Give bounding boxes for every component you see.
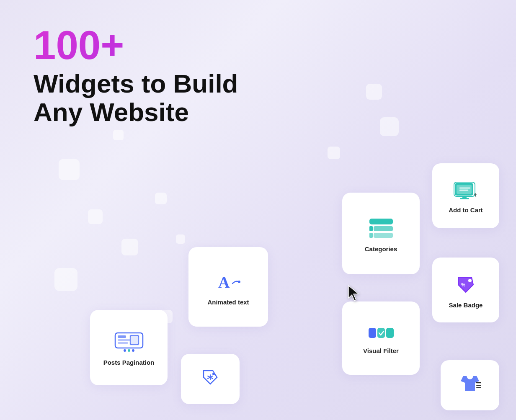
- deco-1: [59, 159, 80, 180]
- svg-point-29: [212, 373, 215, 375]
- deco-8: [328, 147, 340, 159]
- posts-pagination-label: Posts Pagination: [103, 359, 155, 366]
- animated-text-icon: A: [215, 271, 242, 293]
- hero-count: 100+: [34, 25, 491, 65]
- svg-rect-19: [129, 335, 139, 345]
- categories-label: Categories: [365, 245, 397, 253]
- svg-text:%: %: [461, 282, 465, 287]
- svg-text:A: A: [218, 273, 230, 291]
- sale-badge-label: Sale Badge: [449, 301, 483, 309]
- svg-rect-12: [369, 233, 373, 238]
- deco-10: [176, 234, 185, 244]
- card-add-to-cart[interactable]: Add to Cart: [432, 163, 499, 228]
- card-visual-filter[interactable]: Visual Filter: [342, 301, 420, 375]
- svg-rect-8: [369, 219, 393, 224]
- visual-filter-label: Visual Filter: [363, 347, 399, 354]
- card-animated-text[interactable]: A Animated text: [188, 247, 268, 327]
- svg-rect-11: [369, 226, 373, 231]
- svg-point-14: [238, 281, 240, 283]
- posts-pagination-icon: [114, 332, 144, 353]
- card-bottom-tag[interactable]: [181, 354, 240, 404]
- svg-rect-6: [462, 196, 467, 198]
- deco-4: [121, 239, 138, 255]
- svg-rect-27: [377, 328, 385, 338]
- card-bottom-tshirt[interactable]: [441, 360, 499, 410]
- deco-11: [113, 130, 124, 140]
- main-container: 100+ Widgets to Build Any Website: [0, 0, 516, 420]
- hero-subtitle-line2: Any Website: [34, 98, 189, 126]
- animated-text-label: Animated text: [207, 299, 249, 306]
- tag-icon: [201, 368, 219, 387]
- svg-rect-10: [374, 233, 393, 238]
- svg-rect-1: [457, 185, 472, 194]
- card-sale-badge[interactable]: % Sale Badge: [432, 258, 499, 322]
- card-categories[interactable]: Categories: [342, 193, 420, 274]
- svg-point-22: [128, 349, 130, 352]
- card-posts-pagination[interactable]: Posts Pagination: [90, 310, 168, 385]
- deco-9: [366, 84, 382, 100]
- svg-point-23: [132, 349, 134, 352]
- add-to-cart-label: Add to Cart: [449, 206, 483, 214]
- add-to-cart-icon: [453, 180, 478, 201]
- hero-subtitle: Widgets to Build Any Website: [34, 70, 268, 126]
- deco-2: [88, 209, 103, 224]
- svg-rect-17: [118, 339, 130, 341]
- svg-rect-26: [369, 328, 376, 338]
- deco-5: [54, 268, 77, 291]
- svg-point-21: [124, 349, 126, 352]
- deco-7: [380, 117, 399, 136]
- sale-badge-icon: %: [455, 274, 477, 296]
- svg-rect-7: [460, 198, 469, 199]
- cursor: [348, 285, 361, 301]
- categories-icon: [368, 217, 395, 240]
- svg-rect-28: [386, 328, 394, 338]
- tshirt-icon: [459, 374, 481, 393]
- svg-rect-9: [374, 226, 393, 231]
- svg-rect-16: [118, 335, 126, 338]
- hero-subtitle-line1: Widgets to Build: [34, 69, 238, 98]
- svg-point-24: [468, 279, 472, 282]
- visual-filter-icon: [368, 325, 395, 341]
- svg-rect-18: [118, 342, 128, 344]
- svg-marker-36: [348, 286, 359, 301]
- hero-section: 100+ Widgets to Build Any Website: [34, 25, 491, 126]
- deco-3: [155, 193, 167, 204]
